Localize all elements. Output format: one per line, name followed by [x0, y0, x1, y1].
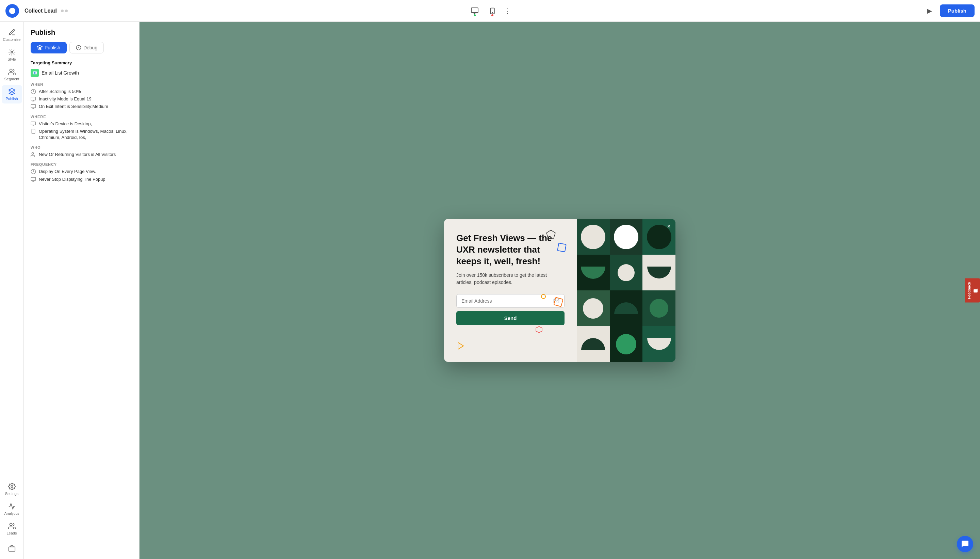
who-label: WHO: [31, 146, 132, 149]
condition-exit: On Exit Intent is Sensibility:Medium: [31, 104, 132, 110]
svg-rect-16: [31, 122, 35, 125]
svg-point-28: [541, 294, 546, 299]
modal-subtext: Join over 150k subscribers to get the la…: [456, 272, 564, 286]
sidebar-item-bag[interactable]: [2, 542, 22, 555]
modal-left: Get Fresh Views — the UXR newsletter tha…: [444, 219, 577, 362]
condition-display-every: Display On Every Page View.: [31, 169, 132, 175]
svg-rect-8: [8, 547, 15, 551]
tab-debug[interactable]: Debug: [69, 42, 104, 53]
shape-square-orange: [554, 297, 563, 308]
svg-rect-13: [31, 104, 35, 108]
svg-point-4: [11, 51, 13, 53]
frequency-label: FREQUENCY: [31, 162, 132, 167]
svg-marker-26: [546, 230, 555, 238]
svg-rect-29: [554, 298, 563, 307]
chat-bubble-button[interactable]: [957, 536, 973, 552]
when-label: WHEN: [31, 83, 132, 86]
sidebar-item-analytics[interactable]: Analytics: [2, 500, 22, 518]
svg-marker-30: [536, 326, 542, 332]
shape-pentagon: [546, 229, 556, 241]
panel-title: Publish: [31, 28, 132, 36]
svg-rect-23: [31, 177, 35, 180]
svg-rect-10: [31, 97, 35, 100]
device-switcher: ⋮: [469, 5, 511, 17]
who-section: WHO New Or Returning Visitors is All Vis…: [31, 146, 132, 158]
sidebar-item-customize[interactable]: Customize: [2, 26, 22, 44]
targeting-summary-title: Targeting Summary: [31, 60, 132, 65]
preview-area: Get Fresh Views — the UXR newsletter tha…: [140, 22, 980, 559]
sidebar-item-segment[interactable]: Segment: [2, 65, 22, 84]
publish-panel: Publish Publish Debug Targeting Summary …: [24, 22, 140, 559]
condition-never-stop: Never Stop Displaying The Popup: [31, 176, 132, 182]
condition-os: Operating System is Windows, Macos, Linu…: [31, 128, 132, 141]
svg-point-5: [10, 69, 12, 71]
shape-hex-red: [535, 326, 543, 335]
sidebar-item-settings[interactable]: Settings: [2, 480, 22, 498]
page-title: Collect Lead: [25, 8, 57, 14]
campaign-badge: 📧 Email List Growth: [31, 69, 132, 77]
main-layout: Customize Style Segment Publish Settings…: [0, 22, 980, 559]
chat-icon: [961, 540, 969, 548]
icon-sidebar: Customize Style Segment Publish Settings…: [0, 22, 24, 559]
svg-point-7: [10, 523, 12, 526]
modal-right-pattern: ×: [577, 219, 675, 362]
desktop-device-icon[interactable]: [469, 5, 481, 17]
topbar-actions: ▶ Publish: [924, 5, 975, 17]
send-button[interactable]: Send: [456, 311, 564, 325]
shape-play-arrow: [456, 341, 465, 352]
sidebar-item-style[interactable]: Style: [2, 46, 22, 64]
where-section: WHERE Visitor's Device is Desktop, Opera…: [31, 115, 132, 141]
more-options-icon[interactable]: ⋮: [504, 7, 511, 15]
condition-scroll: After Scrolling is 50%: [31, 89, 132, 95]
svg-point-3: [492, 12, 493, 13]
mobile-device-icon[interactable]: [486, 5, 498, 17]
tab-row: Publish Debug: [31, 42, 132, 53]
campaign-name: Email List Growth: [41, 70, 79, 76]
feedback-icon: [973, 288, 978, 293]
when-section: WHEN After Scrolling is 50% Inactivity M…: [31, 83, 132, 110]
shape-square-blue: [557, 243, 567, 254]
svg-rect-1: [471, 8, 478, 13]
email-input-wrapper: [456, 294, 564, 308]
sidebar-item-publish[interactable]: Publish: [2, 85, 22, 104]
email-input[interactable]: [462, 298, 553, 304]
condition-inactivity: Inactivity Mode is Equal 19: [31, 96, 132, 102]
topbar: Collect Lead ⋮ ▶ Publish: [0, 0, 980, 22]
where-label: WHERE: [31, 115, 132, 119]
svg-point-21: [31, 152, 33, 154]
svg-point-0: [9, 8, 15, 13]
modal-close-button[interactable]: ×: [667, 223, 671, 230]
svg-marker-31: [458, 342, 464, 349]
svg-rect-27: [558, 243, 566, 251]
condition-visitors: New Or Returning Visitors is All Visitor…: [31, 152, 132, 158]
tab-publish[interactable]: Publish: [31, 42, 67, 53]
publish-button-main[interactable]: Publish: [940, 5, 975, 17]
decorative-grid: [577, 219, 675, 362]
campaign-icon: 📧: [31, 69, 39, 77]
svg-point-6: [11, 485, 13, 488]
app-logo: [5, 4, 19, 18]
preview-play-button[interactable]: ▶: [924, 5, 936, 17]
feedback-tab[interactable]: Feedback: [965, 278, 980, 303]
sidebar-item-leads[interactable]: Leads: [2, 519, 22, 538]
frequency-section: FREQUENCY Display On Every Page View. Ne…: [31, 162, 132, 182]
feedback-label: Feedback: [967, 282, 971, 299]
condition-device: Visitor's Device is Desktop,: [31, 121, 132, 127]
modal-popup: Get Fresh Views — the UXR newsletter tha…: [444, 219, 675, 362]
shape-circle-yellow: [541, 294, 546, 301]
breadcrumb-dots: [61, 10, 68, 12]
